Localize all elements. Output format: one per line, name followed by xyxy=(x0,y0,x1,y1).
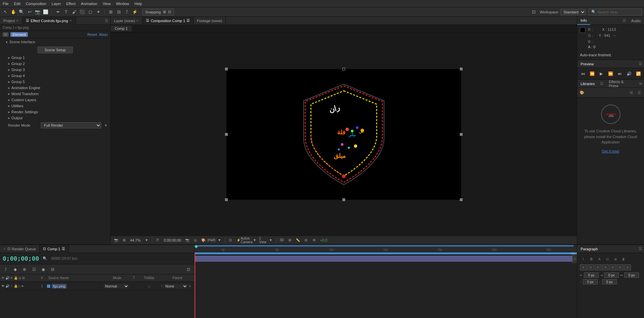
timecode-display-tl[interactable]: 0;00;00;00 xyxy=(3,255,39,262)
left-panel-menu-icon[interactable]: ☰ xyxy=(103,18,110,23)
text-overflow-icon[interactable]: ⊞ xyxy=(612,256,619,262)
composition-tab[interactable]: ☰ Composition Comp 1 ☰ xyxy=(143,17,194,25)
motion-blur-icon[interactable]: ◎ xyxy=(192,237,199,244)
rotate-tool-icon[interactable]: ↩ xyxy=(26,9,33,15)
effect-reset-btn[interactable]: Reset xyxy=(88,33,97,37)
comp-canvas[interactable]: ران فلة بيلر كي ميلق xyxy=(111,33,577,236)
snapping-toggle[interactable]: Snapping ⊞ ⊡ xyxy=(142,9,174,15)
eye-icon[interactable]: 👁 xyxy=(1,284,5,288)
layer-tab[interactable]: Layer (none) ✕ xyxy=(111,17,143,25)
table-row[interactable]: 👁 🔊 ☀ 🔒 ▷ ▶ 1 fgu.png Normal xyxy=(0,282,194,291)
align-justify-last-btn[interactable]: ≡ xyxy=(624,264,631,270)
lib-get-it-now-link[interactable]: Get it now! xyxy=(602,149,620,153)
effect-controls-tab[interactable]: ☰ Effect Controls fgu.png ✕ xyxy=(22,17,76,25)
rulers-icon[interactable]: 📏 xyxy=(294,237,301,244)
effects-presets-tab[interactable]: Effects & Prese xyxy=(605,80,637,88)
comp1-timeline-tab[interactable]: ⊡ Comp 1 ☰ xyxy=(40,245,69,253)
text-box-icon[interactable]: ⊡ xyxy=(604,256,611,262)
transform-handle-mr[interactable] xyxy=(460,133,463,136)
audio-icon[interactable]: 🔊 xyxy=(5,284,9,288)
menu-animation[interactable]: Animation xyxy=(81,2,97,6)
utilities-item[interactable]: Utilities xyxy=(0,103,110,109)
tl-solo-icon[interactable]: ☑ xyxy=(30,266,38,273)
custom-layers-item[interactable]: Custom Layers xyxy=(0,97,110,103)
shape-tool-icon[interactable]: ⬜ xyxy=(42,9,49,15)
toggle-pixels-icon[interactable]: ⊡ xyxy=(227,237,234,244)
render-mode-select[interactable]: Full Render Draft Wireframe xyxy=(41,122,101,128)
comp-opts-icon[interactable]: ⚙ xyxy=(311,237,317,244)
layer-name[interactable]: fgu.png xyxy=(52,284,67,289)
text-bold-icon[interactable]: B xyxy=(588,256,595,262)
text-tool-icon[interactable]: T xyxy=(63,9,69,15)
group-5-item[interactable]: Group 5 xyxy=(0,79,110,85)
align-right-btn[interactable]: ≡ xyxy=(595,264,601,270)
text-delete-icon[interactable]: 🗑 xyxy=(620,256,627,262)
workspace-select[interactable]: Standard xyxy=(560,9,586,15)
view-count-dropdown[interactable]: ▼ xyxy=(267,237,274,244)
output-item[interactable]: Output xyxy=(0,115,110,121)
skip-to-start-btn[interactable]: ⏮ xyxy=(579,70,587,77)
layer-lock-icon[interactable]: 🔒 xyxy=(14,284,18,288)
skip-to-end-btn[interactable]: ⏭ xyxy=(616,70,624,77)
play-btn[interactable]: ▶ xyxy=(598,70,605,77)
3d-draft-icon[interactable]: 3D xyxy=(278,237,285,244)
brush-tool-icon[interactable]: 🖌 xyxy=(71,9,77,15)
eraser-tool-icon[interactable]: ◻ xyxy=(87,9,94,15)
menu-effect[interactable]: Effect xyxy=(66,2,75,6)
align-icon[interactable]: ⊞ xyxy=(107,9,114,15)
audio-toggle-btn[interactable]: 🔊 xyxy=(626,70,633,77)
zoom-tool-icon[interactable]: 🔍 xyxy=(18,9,25,15)
transform-handle-tc[interactable] xyxy=(342,68,345,70)
align-justify-right-btn[interactable]: ≡ xyxy=(617,264,624,270)
guide-icon[interactable]: ⊟ xyxy=(303,237,309,244)
layer-expand-icon[interactable]: ▶ xyxy=(22,284,24,288)
transform-handle-bl[interactable] xyxy=(225,198,228,201)
scene-setup-button[interactable]: Scene Setup xyxy=(38,47,73,53)
comp-tab-menu-icon[interactable]: ☰ xyxy=(186,18,190,23)
lib-color-icon[interactable]: 🎨 xyxy=(579,89,585,96)
tl-keyframe-icon[interactable]: ◆ xyxy=(11,266,19,273)
screenshot-btn[interactable]: 📷 xyxy=(113,237,119,244)
align-justify-center-btn[interactable]: ≡ xyxy=(609,264,616,270)
time-icon[interactable]: ⏱ xyxy=(154,237,161,244)
hand-tool-icon[interactable]: ✋ xyxy=(10,9,17,15)
camera-tool-icon[interactable]: 📷 xyxy=(34,9,41,15)
timecode-display[interactable]: 0;00;00;00 xyxy=(162,238,182,242)
indent-before-input[interactable] xyxy=(584,272,599,278)
parent-select[interactable]: None xyxy=(164,284,187,289)
render-settings-item[interactable]: Render Settings xyxy=(0,109,110,115)
layer-mode-select[interactable]: Normal xyxy=(104,284,129,289)
layer-duration-bar[interactable] xyxy=(195,256,574,262)
layer-tab-x[interactable]: ✕ xyxy=(136,19,139,22)
lib-grid-view-icon[interactable]: ⊞ xyxy=(628,89,635,96)
group-3-item[interactable]: Group 3 xyxy=(0,67,110,73)
lib-list-view-icon[interactable]: ☰ xyxy=(636,89,643,96)
grid-overlay-icon[interactable]: ⊞ xyxy=(286,237,293,244)
quality-dropdown-icon[interactable]: ▼ xyxy=(216,237,223,244)
zoom-display[interactable]: 44.7% xyxy=(129,238,142,242)
align-left-btn[interactable]: ≡ xyxy=(580,264,587,270)
project-tab-close[interactable]: ✕ xyxy=(16,19,19,22)
render-queue-x[interactable]: ✕ xyxy=(3,247,6,251)
preview-menu-icon[interactable]: ☰ xyxy=(637,62,644,66)
comp-name-tab[interactable]: Comp 1 xyxy=(111,25,132,32)
scene-interface-header[interactable]: Scene Interface xyxy=(0,39,110,45)
step-forward-btn[interactable]: ⏩ xyxy=(607,70,614,77)
world-transform-item[interactable]: World Transform xyxy=(0,91,110,97)
expression-icon[interactable]: ⚡ xyxy=(131,9,138,15)
menu-help[interactable]: Help xyxy=(135,2,142,6)
para-menu-icon[interactable]: ☰ xyxy=(637,247,644,251)
transform-handle-br[interactable] xyxy=(460,198,463,201)
camera-capture-icon[interactable]: 📷 xyxy=(184,237,191,244)
align-center-btn[interactable]: ≡ xyxy=(587,264,594,270)
group-1-item[interactable]: Group 1 xyxy=(0,55,110,61)
layer-mode-cell[interactable]: Normal xyxy=(104,284,130,289)
loop-btn[interactable]: 🔁 xyxy=(635,70,642,77)
transform-handle-tl[interactable] xyxy=(225,68,228,70)
menu-layer[interactable]: Layer xyxy=(52,2,61,6)
grid-btn[interactable]: ⊞ xyxy=(121,237,127,244)
menu-window[interactable]: Window xyxy=(116,2,129,6)
lib-menu-icon[interactable]: ☰ xyxy=(598,81,605,86)
info-menu-icon[interactable]: ☰ xyxy=(621,18,628,23)
group-2-item[interactable]: Group 2 xyxy=(0,61,110,67)
